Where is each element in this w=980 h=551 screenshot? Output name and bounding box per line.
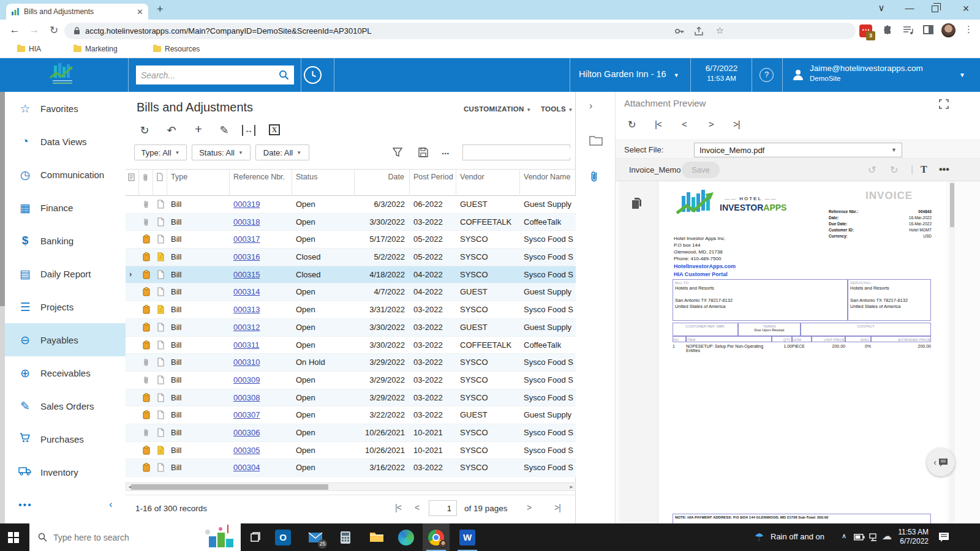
preview-refresh-icon[interactable]: ↻ [628,119,635,130]
first-attachment-icon[interactable]: |< [655,119,662,129]
key-icon[interactable] [674,26,684,36]
bookmark-star-icon[interactable]: ☆ [716,25,724,36]
page-number-input[interactable]: 1 [429,500,457,516]
attachment-clipboard-icon[interactable] [139,283,153,301]
calculator-icon[interactable] [332,523,359,551]
pdf-save-button[interactable]: Save [682,162,720,178]
user-menu-chevron-icon[interactable]: ▼ [959,72,965,78]
cell-reference-link[interactable]: 000310 [230,354,292,372]
attachments-tab-icon[interactable] [589,169,599,184]
cell-reference-link[interactable]: 000307 [230,407,292,424]
company-selector[interactable]: Hilton Garden Inn - 16 ▼ [579,69,679,79]
first-page-icon[interactable]: |< [395,503,401,512]
notification-icon[interactable] [938,532,949,542]
cell-reference-link[interactable]: 000318 [230,214,292,231]
refresh-icon[interactable]: ↻ [137,124,153,137]
document-icon[interactable] [153,389,167,407]
mail-icon[interactable]: 25 [302,523,329,551]
cell-reference-link[interactable]: 000319 [230,196,292,214]
document-notes-icon[interactable] [153,249,167,266]
next-attachment-icon[interactable]: > [709,119,714,129]
share-icon[interactable] [694,26,704,36]
reload-icon[interactable]: ↻ [47,24,61,37]
reading-list-icon[interactable] [903,26,914,36]
tray-expand-icon[interactable]: ∧ [842,532,846,540]
cell-reference-link[interactable]: 000315 [230,266,292,284]
prev-attachment-icon[interactable]: < [682,119,687,129]
grid-search-input[interactable] [466,148,574,157]
add-record-icon[interactable]: + [190,122,206,137]
sidebar-item-inventory[interactable]: Inventory [5,455,126,489]
filter-status-button[interactable]: Status: All▼ [192,144,251,160]
document-icon[interactable] [153,283,167,301]
help-icon[interactable]: ? [760,68,774,82]
sidebar-item-projects[interactable]: ☰Projects [5,290,126,323]
document-icon[interactable] [153,424,167,442]
document-icon[interactable] [153,196,167,214]
last-attachment-icon[interactable]: >| [733,119,740,129]
tray-clock[interactable]: 11:53 AM 6/7/2022 [893,528,929,546]
browser-tab[interactable]: Bills and Adjustments ✕ [6,4,148,20]
attachment-clipboard-icon[interactable] [139,442,153,460]
sidebar-item-data-views[interactable]: ◔Data Views [5,125,126,158]
scrollbar-thumb[interactable] [131,484,328,490]
column-date[interactable]: Date [355,170,410,197]
paperclip-icon[interactable] [139,214,153,231]
table-row[interactable]: Bill000314Open4/7/202204-2022GUESTGuest … [126,283,576,301]
sidebar-more-icon[interactable]: ••• [18,500,32,511]
document-icon[interactable] [153,231,167,249]
sidebar-item-communication[interactable]: ◷Communication [5,158,126,191]
column-vendor-name[interactable]: Vendor Name [520,170,576,197]
extensions-puzzle-icon[interactable] [882,25,893,36]
save-view-icon[interactable] [418,148,428,157]
attachment-clipboard-icon[interactable] [139,407,153,424]
files-tab-icon[interactable] [589,135,603,146]
column-reference[interactable]: Reference Nbr. [230,170,292,197]
table-row[interactable]: Bill000310On Hold3/29/202203-2022SYSCOSy… [126,354,576,372]
table-row[interactable]: Bill000307Open3/22/202203-2022GUESTGuest… [126,407,576,424]
attachment-clipboard-icon[interactable] [139,266,153,284]
weather-text[interactable]: Rain off and on [771,532,824,541]
password-extension-icon[interactable]: ⋯3 [859,24,872,37]
word-icon[interactable]: W [454,523,481,551]
new-tab-button[interactable]: + [157,3,164,16]
invoice-website-link[interactable]: HotelInvestorApps.com [674,263,736,269]
panel-expand-icon[interactable]: › [589,100,592,111]
cell-reference-link[interactable]: 000312 [230,319,292,337]
edge-icon[interactable] [393,523,420,551]
sidebar-item-favorites[interactable]: ☆Favorites [5,92,126,125]
search-icon[interactable] [279,70,289,80]
cell-reference-link[interactable]: 000313 [230,301,292,319]
cell-reference-link[interactable]: 000314 [230,283,292,301]
address-bar[interactable]: acctg.hotelinvestorapps.com/Main?Company… [64,23,856,39]
filter-type-button[interactable]: Type: All▼ [134,144,187,160]
customization-menu[interactable]: CUSTOMIZATION ▼ [464,105,531,113]
bookmark-resources[interactable]: Resources [153,45,200,53]
table-row[interactable]: Bill000313Open3/31/202203-2022SYSCOSysco… [126,301,576,319]
sidebar-item-banking[interactable]: $Banking [5,224,126,257]
sidebar-item-daily-report[interactable]: ▤Daily Report [5,257,126,290]
profile-avatar[interactable] [941,23,956,37]
cell-reference-link[interactable]: 000308 [230,389,292,407]
onedrive-icon[interactable]: ☁ [882,530,892,542]
table-row[interactable]: Bill000317Open5/17/202205-2022SYSCOSysco… [126,231,576,249]
table-row[interactable]: Bill000308Open3/29/202203-2022SYSCOSysco… [126,389,576,407]
table-row[interactable]: Bill000309Open3/29/202203-2022SYSCOSysco… [126,372,576,389]
table-row[interactable]: ›Bill000315Closed4/18/202204-2022SYSCOSy… [126,266,576,284]
taskbar-search[interactable] [29,523,241,551]
filter-date-button[interactable]: Date: All▼ [255,144,309,160]
cell-reference-link[interactable]: 000317 [230,231,292,249]
document-icon[interactable] [153,337,167,354]
column-post-period[interactable]: Post Period [410,170,456,197]
file-dropdown[interactable]: Invoice_Memo.pdf ▼ [694,143,902,157]
invoice-portal-link[interactable]: HIA Customer Portal [674,271,728,277]
grid-search[interactable] [462,144,570,160]
battery-icon[interactable] [854,534,865,541]
column-status[interactable]: Status [292,170,355,197]
sidebar-item-finance[interactable]: ▦Finance [5,191,126,224]
attachment-clipboard-icon[interactable] [139,249,153,266]
network-icon[interactable] [869,533,878,541]
pdf-undo-icon[interactable]: ↺ [868,164,876,176]
document-notes-icon[interactable] [153,301,167,319]
table-row[interactable]: Bill000318Open3/30/202203-2022COFFEETALK… [126,214,576,231]
